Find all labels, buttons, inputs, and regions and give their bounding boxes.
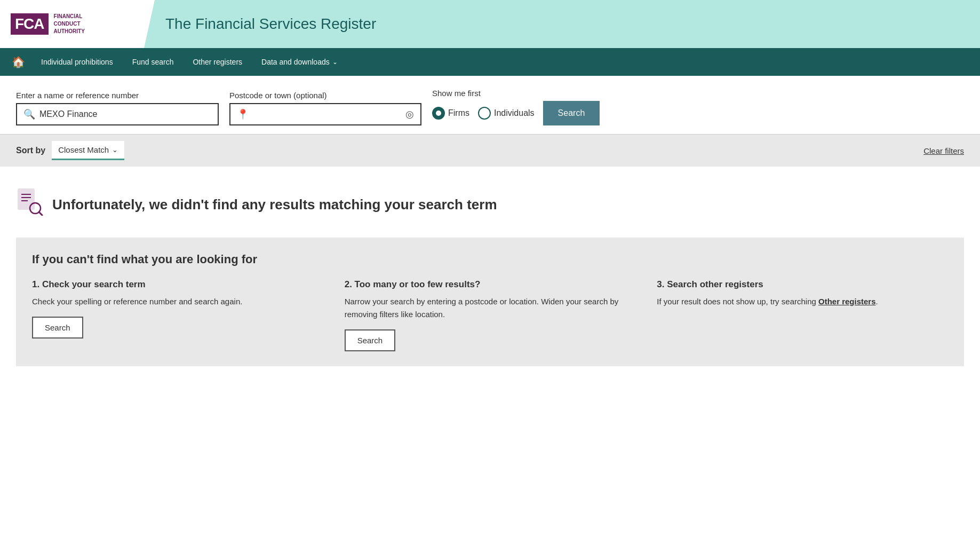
help-col-2-title: 2. Too many or too few results? [345,279,636,290]
help-col-3-title: 3. Search other registers [657,279,948,290]
main-search-button[interactable]: Search [543,101,600,125]
show-me-group: Show me first Firms Individuals Search [432,89,600,125]
radio-individuals-label: Individuals [494,108,535,118]
name-search-label: Enter a name or reference number [16,91,219,100]
help-col-3-text: If your result does not show up, try sea… [657,295,948,308]
site-title: The Financial Services Register [165,15,376,33]
help-search-button-2[interactable]: Search [345,329,396,351]
sort-value: Closest Match [58,145,109,154]
nav-item-fund-search[interactable]: Fund search [123,48,184,76]
other-registers-link[interactable]: Other registers [818,297,876,306]
fca-logo-initials: FCA [11,13,49,35]
radio-option-firms[interactable]: Firms [432,107,469,120]
radio-row: Firms Individuals Search [432,101,600,125]
location-target-icon[interactable]: ◎ [405,108,414,120]
fca-logo: FCA FINANCIAL CONDUCT AUTHORITY [11,13,85,35]
help-col-2: 2. Too many or too few results? Narrow y… [345,279,636,351]
radio-individuals-circle [478,107,491,120]
help-col-2-text: Narrow your search by entering a postcod… [345,295,636,321]
no-results-text: Unfortunately, we didn't find any result… [52,196,497,213]
radio-option-individuals[interactable]: Individuals [478,107,535,120]
home-nav-button[interactable]: 🏠 [5,56,31,68]
svg-rect-0 [18,189,34,209]
logo-area: FCA FINANCIAL CONDUCT AUTHORITY [0,0,149,48]
sort-by-label: Sort by [16,146,45,155]
sort-bar: Sort by Closest Match ⌄ Clear filters [0,134,980,167]
radio-firms-label: Firms [448,108,469,118]
location-search-label: Postcode or town (optional) [229,91,421,100]
name-search-group: Enter a name or reference number 🔍 [16,91,219,125]
location-pin-icon: 📍 [237,108,249,120]
help-box: If you can't find what you are looking f… [16,238,964,366]
location-search-input-wrapper: 📍 ◎ [229,103,421,125]
fca-logo-subtitle: FINANCIAL CONDUCT AUTHORITY [54,13,85,35]
nav-item-data-downloads[interactable]: Data and downloads ⌄ [252,48,347,76]
name-search-input-wrapper: 🔍 [16,103,219,125]
data-downloads-chevron-icon: ⌄ [332,58,338,66]
main-nav: 🏠 Individual prohibitions Fund search Ot… [0,48,980,76]
header-title-area: The Financial Services Register [144,0,980,48]
sort-dropdown-button[interactable]: Closest Match ⌄ [52,141,124,160]
help-col-1-title: 1. Check your search term [32,279,323,290]
search-icon: 🔍 [23,108,35,120]
location-search-group: Postcode or town (optional) 📍 ◎ [229,91,421,125]
search-section: Enter a name or reference number 🔍 Postc… [0,76,980,134]
name-search-input[interactable] [39,109,211,119]
no-results-section: Unfortunately, we didn't find any result… [0,167,980,377]
no-results-heading: Unfortunately, we didn't find any result… [16,188,964,222]
location-search-input[interactable] [253,109,401,119]
no-results-icon [16,188,44,222]
site-header: FCA FINANCIAL CONDUCT AUTHORITY The Fina… [0,0,980,48]
nav-item-other-registers[interactable]: Other registers [183,48,252,76]
radio-firms-circle [432,107,445,120]
help-col-3: 3. Search other registers If your result… [657,279,948,351]
nav-item-individual-prohibitions[interactable]: Individual prohibitions [31,48,123,76]
help-col-1: 1. Check your search term Check your spe… [32,279,323,351]
sort-chevron-icon: ⌄ [112,146,118,154]
help-search-button-1[interactable]: Search [32,317,83,339]
help-columns: 1. Check your search term Check your spe… [32,279,948,351]
help-col-1-text: Check your spelling or reference number … [32,295,323,308]
clear-filters-button[interactable]: Clear filters [923,146,964,155]
help-box-title: If you can't find what you are looking f… [32,253,948,266]
svg-line-5 [39,212,42,215]
sort-left: Sort by Closest Match ⌄ [16,141,124,160]
show-me-label: Show me first [432,89,600,98]
